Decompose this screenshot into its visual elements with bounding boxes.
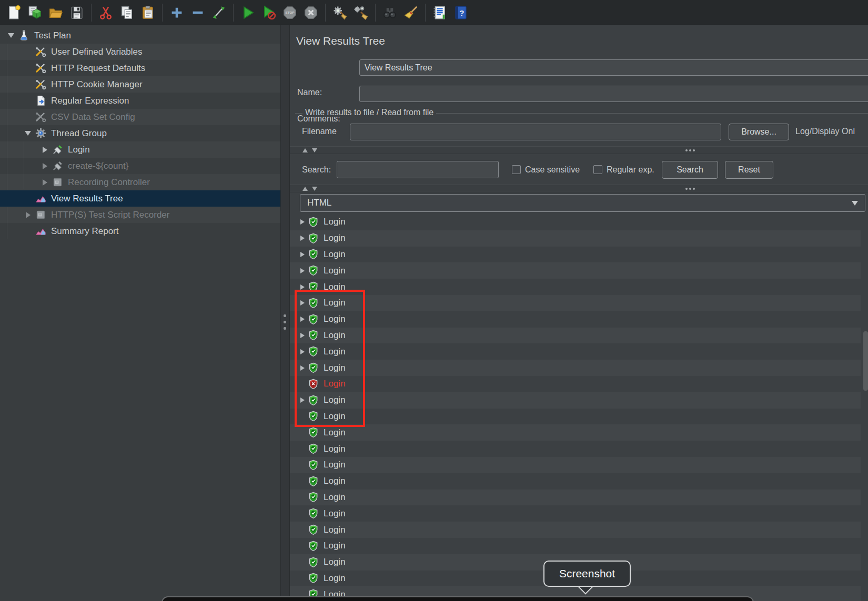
add-button[interactable] [167,2,187,24]
result-row-6[interactable]: Login [290,295,861,311]
collapsed-arrow-icon[interactable] [298,317,306,322]
divider-grip-icon[interactable] [685,188,695,190]
tree-item-create-count[interactable]: create-${count} [0,158,280,174]
clear-search-button[interactable] [401,2,421,24]
collapsed-arrow-icon[interactable] [298,284,306,290]
browse-button[interactable]: Browse... [729,124,789,140]
tree-item-user-defined-variables[interactable]: User Defined Variables [0,44,280,60]
collapsed-arrow-icon[interactable] [298,300,306,305]
collapsed-arrow-icon[interactable] [298,219,306,225]
result-row-11[interactable]: Login [290,376,861,392]
split-divider-grip-icon[interactable] [284,314,286,330]
collapse-down-icon[interactable] [312,148,317,152]
help-button[interactable] [451,2,471,24]
search-input[interactable] [337,161,499,178]
collapsed-arrow-icon[interactable] [298,349,306,354]
start-button[interactable] [238,2,258,24]
case-sensitive-checkbox[interactable] [512,165,521,174]
clear-all-button[interactable] [351,2,371,24]
result-row-7[interactable]: Login [290,311,861,328]
tree-item-label: Test Plan [34,30,71,41]
result-row-1[interactable]: Login [290,214,861,230]
collapse-down-icon[interactable] [312,187,317,191]
collapsed-arrow-icon[interactable] [298,365,306,371]
result-row-8[interactable]: Login [290,328,861,344]
result-row-13[interactable]: Login [290,409,861,425]
start-no-pauses-button[interactable] [259,2,279,24]
result-row-9[interactable]: Login [290,343,861,360]
cut-button[interactable] [96,2,116,24]
new-file-button[interactable] [4,2,24,24]
search-button[interactable] [380,2,400,24]
result-row-17[interactable]: Login [290,473,861,490]
collapse-divider[interactable] [290,185,868,192]
tree-item-http-cookie-manager[interactable]: HTTP Cookie Manager [0,76,280,93]
tree-item-summary-report[interactable]: Summary Report [0,223,280,239]
paste-button[interactable] [138,2,158,24]
result-row-label: Login [324,492,346,503]
copy-button[interactable] [117,2,137,24]
result-row-10[interactable]: Login [290,360,861,376]
collapsed-arrow-icon[interactable] [298,398,306,403]
tree-item-label: Summary Report [51,226,118,237]
result-row-20[interactable]: Login [290,522,861,538]
shield-glyph [308,233,319,244]
tree-item-login[interactable]: Login [0,141,280,158]
collapsed-arrow-icon[interactable] [298,333,306,338]
collapsed-arrow-icon[interactable] [298,236,306,241]
config-glyph [35,78,47,90]
divider-grip-icon[interactable] [685,149,695,151]
function-helper-button[interactable] [430,2,450,24]
result-row-21[interactable]: Login [290,538,861,554]
filename-input[interactable] [350,124,721,140]
tree-item-view-results-tree[interactable]: View Results Tree [0,190,280,207]
result-row-15[interactable]: Login [290,441,861,457]
collapse-divider[interactable] [290,146,868,154]
regular-exp-checkbox[interactable] [593,165,602,174]
result-row-12[interactable]: Login [290,392,861,409]
tree-item-thread-group[interactable]: Thread Group [0,125,280,141]
result-row-4[interactable]: Login [290,262,861,279]
collapsed-arrow-icon[interactable] [38,163,52,169]
result-row-19[interactable]: Login [290,505,861,522]
result-row-18[interactable]: Login [290,490,861,506]
save-button[interactable] [67,2,87,24]
result-row-16[interactable]: Login [290,457,861,473]
name-input[interactable] [359,59,868,76]
clear-button[interactable] [330,2,350,24]
tree-item-regular-expression[interactable]: Regular Expression [0,93,280,109]
search-button[interactable]: Search [662,161,718,179]
comments-input[interactable] [359,86,868,102]
expanded-arrow-icon[interactable] [4,33,18,38]
expanded-arrow-icon[interactable] [21,131,35,136]
split-divider[interactable] [280,25,290,601]
tree-item-http-s-test-script-recorder[interactable]: HTTP(S) Test Script Recorder [0,207,280,223]
collapse-up-icon[interactable] [302,187,308,191]
open-file-button[interactable] [46,2,66,24]
tree-item-recording-controller[interactable]: Recording Controller [0,174,280,190]
collapsed-arrow-icon[interactable] [298,268,306,273]
toolbar-separator [91,4,92,22]
result-row-2[interactable]: Login [290,230,861,247]
collapse-up-icon[interactable] [302,148,308,152]
scrollbar-thumb[interactable] [863,331,868,391]
toggle-button[interactable] [209,2,229,24]
tree-item-csv-data-set-config[interactable]: CSV Data Set Config [0,109,280,125]
success-shield-icon [308,362,319,373]
templates-button[interactable] [25,2,45,24]
collapsed-arrow-icon[interactable] [298,252,306,257]
renderer-dropdown[interactable]: HTML [300,194,865,212]
collapsed-arrow-icon[interactable] [21,212,35,218]
tree-item-test-plan[interactable]: Test Plan [0,27,280,44]
remove-button[interactable] [188,2,208,24]
result-row-3[interactable]: Login [290,247,861,263]
result-row-14[interactable]: Login [290,424,861,441]
tree-item-http-request-defaults[interactable]: HTTP Request Defaults [0,60,280,76]
result-row-5[interactable]: Login [290,279,861,295]
result-row-label: Login [324,298,346,308]
collapsed-arrow-icon[interactable] [38,179,52,186]
collapsed-arrow-icon[interactable] [38,147,52,153]
shield-glyph [308,443,319,454]
reset-button[interactable]: Reset [725,161,773,179]
result-row-label: Login [324,282,346,292]
